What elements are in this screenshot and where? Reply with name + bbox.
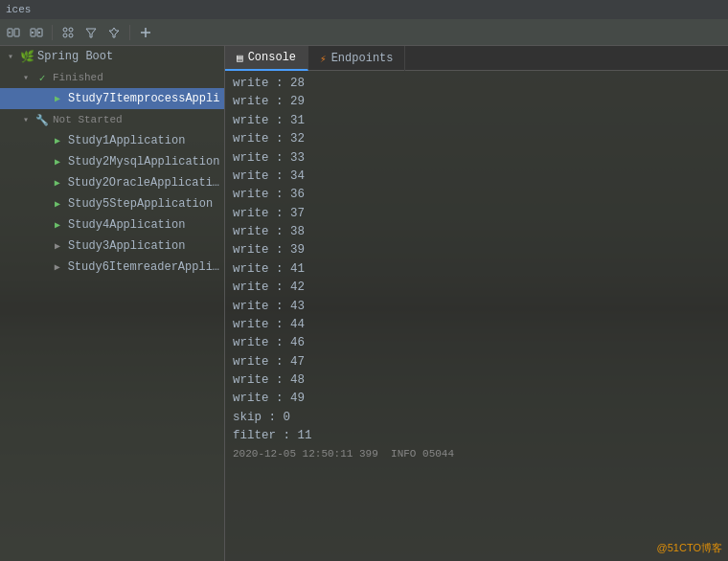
pin-button[interactable] <box>104 23 124 42</box>
watermark: @51CTO博客 <box>657 541 722 555</box>
finished-icon: ✓ <box>34 70 50 85</box>
running-icon-study7: ▶ <box>50 91 65 106</box>
console-line: write : 36 <box>233 186 720 204</box>
toolbar <box>0 19 728 46</box>
add-button[interactable] <box>136 23 155 42</box>
console-line: write : 38 <box>233 223 720 241</box>
svg-marker-13 <box>86 29 96 37</box>
group-button[interactable] <box>58 23 78 42</box>
study3-label: Study3Application <box>68 239 185 253</box>
console-line: write : 31 <box>233 112 720 130</box>
services-tree[interactable]: ▾ 🌿 Spring Boot ▾ ✓ Finished ▶ Study7Ite… <box>0 46 225 561</box>
expand-all-button[interactable] <box>27 23 46 42</box>
console-line: write : 33 <box>233 149 720 168</box>
console-line: write : 44 <box>233 316 720 334</box>
tree-spring-boot[interactable]: ▾ 🌿 Spring Boot <box>0 46 224 67</box>
title-text: ices <box>6 4 31 15</box>
console-line: write : 32 <box>233 130 720 148</box>
separator-1 <box>52 25 53 40</box>
tree-study6[interactable]: ▶ Study6ItemreaderApplica <box>0 257 224 278</box>
study1-label: Study1Application <box>68 134 185 147</box>
console-line: write : 28 <box>233 75 720 93</box>
tree-finished-group[interactable]: ▾ ✓ Finished <box>0 67 224 88</box>
console-line: filter : 11 <box>233 427 720 445</box>
right-panel: ▤ Console ⚡ Endpoints write : 28write : … <box>225 46 728 561</box>
study6-label: Study6ItemreaderApplica <box>68 260 224 274</box>
console-line: skip : 0 <box>233 409 720 427</box>
stopped-icon-study2oracle: ▶ <box>50 175 65 191</box>
svg-point-11 <box>63 34 67 37</box>
console-line: write : 39 <box>233 241 720 259</box>
study5step-label: Study5StepApplication <box>68 197 213 211</box>
filter-button[interactable] <box>81 23 101 42</box>
stopped-icon-study1: ▶ <box>50 133 65 148</box>
console-line: write : 37 <box>233 205 720 223</box>
svg-point-12 <box>69 34 73 37</box>
collapse-all-button[interactable] <box>4 23 23 42</box>
stopped-icon-study3: ▶ <box>50 238 65 254</box>
svg-point-10 <box>69 28 73 32</box>
tree-not-started-group[interactable]: ▾ 🔧 Not Started <box>0 109 224 130</box>
console-line: write : 41 <box>233 260 720 279</box>
endpoints-icon: ⚡ <box>320 53 327 65</box>
tree-study5step[interactable]: ▶ Study5StepApplication <box>0 193 224 214</box>
stopped-icon-study4: ▶ <box>50 217 65 233</box>
svg-rect-2 <box>14 29 19 36</box>
study2oracle-label: Study2OracleApplication <box>68 176 224 190</box>
main-content: ▾ 🌿 Spring Boot ▾ ✓ Finished ▶ Study7Ite… <box>0 46 728 561</box>
not-started-label: Not Started <box>53 114 123 125</box>
title-bar: ices <box>0 0 728 19</box>
arrow-finished: ▾ <box>23 72 34 83</box>
console-line: write : 48 <box>233 371 720 390</box>
tree-study3[interactable]: ▶ Study3Application <box>0 236 224 257</box>
separator-2 <box>129 25 130 40</box>
console-line: write : 34 <box>233 168 720 186</box>
console-line: write : 42 <box>233 279 720 297</box>
console-line: write : 46 <box>233 334 720 352</box>
tab-endpoints[interactable]: ⚡ Endpoints <box>308 46 405 71</box>
finished-label: Finished <box>53 72 103 83</box>
stopped-icon-study2mysql: ▶ <box>50 154 65 169</box>
tree-study1[interactable]: ▶ Study1Application <box>0 130 224 151</box>
console-output[interactable]: write : 28write : 29write : 31write : 32… <box>225 71 728 561</box>
console-line: write : 29 <box>233 93 720 111</box>
tree-study2oracle[interactable]: ▶ Study2OracleApplication <box>0 172 224 193</box>
endpoints-tab-label: Endpoints <box>331 52 394 65</box>
tab-console[interactable]: ▤ Console <box>225 46 308 71</box>
stopped-icon-study5step: ▶ <box>50 196 65 212</box>
console-line: write : 47 <box>233 353 720 371</box>
console-line: write : 43 <box>233 298 720 316</box>
tabs-bar: ▤ Console ⚡ Endpoints <box>225 46 728 71</box>
study2mysql-label: Study2MysqlApplication <box>68 155 219 168</box>
not-started-icon: 🔧 <box>34 112 50 127</box>
arrow-not-started: ▾ <box>23 114 34 125</box>
tree-study4[interactable]: ▶ Study4Application <box>0 214 224 236</box>
console-line: write : 49 <box>233 390 720 408</box>
study4-label: Study4Application <box>68 218 185 232</box>
svg-point-9 <box>63 28 67 32</box>
arrow-spring-boot: ▾ <box>8 51 19 62</box>
console-tab-label: Console <box>248 51 296 64</box>
spring-boot-label: Spring Boot <box>37 50 113 63</box>
console-icon: ▤ <box>237 52 243 64</box>
spring-boot-icon: 🌿 <box>19 49 34 64</box>
stopped-icon-study6: ▶ <box>50 259 65 275</box>
study7-label: Study7ItemprocessAppli <box>68 92 219 105</box>
console-line: 2020-12-05 12:50:11 399 INFO 05044 <box>233 446 720 462</box>
tree-study2mysql[interactable]: ▶ Study2MysqlApplication <box>0 151 224 172</box>
tree-study7[interactable]: ▶ Study7ItemprocessAppli <box>0 88 224 109</box>
